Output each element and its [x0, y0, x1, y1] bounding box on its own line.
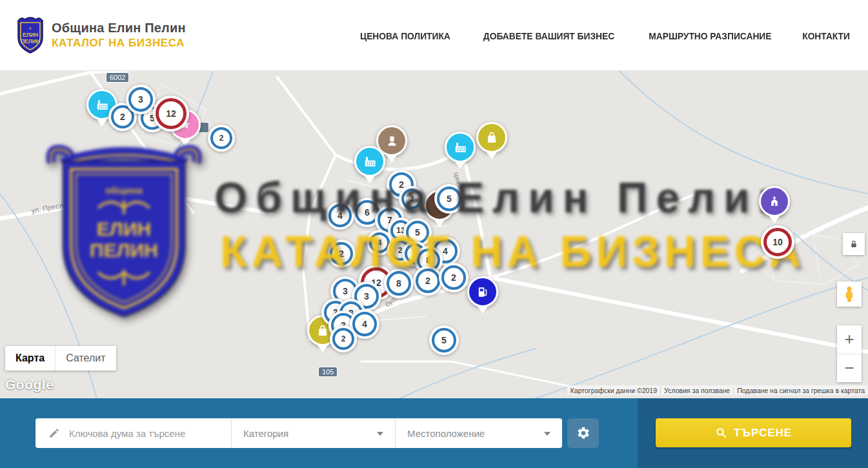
map-pin-fuel[interactable]	[467, 276, 498, 307]
map-type-map-button[interactable]: Карта	[5, 346, 55, 371]
main-nav: ЦЕНОВА ПОЛИТИКАДОБАВЕТЕ ВАШИЯТ БИЗНЕСМАР…	[356, 0, 852, 71]
cluster-count: 2	[441, 265, 466, 290]
map-cluster-marker[interactable]: 2	[327, 239, 356, 268]
zoom-in-button[interactable]: +	[837, 325, 862, 354]
svg-text:ПЕЛИН: ПЕЛИН	[21, 38, 40, 45]
search-icon	[715, 427, 727, 439]
map-cluster-marker[interactable]: 12	[153, 96, 189, 132]
cluster-count: 2	[330, 242, 353, 265]
header: ⚜ ЕЛИН ПЕЛИН Община Елин Пелин КАТАЛОГ Н…	[0, 0, 868, 71]
map-cluster-marker[interactable]: 4	[326, 201, 354, 230]
municipality-shield-icon: ⚜ ЕЛИН ПЕЛИН	[15, 15, 45, 54]
map-cluster-marker[interactable]: 5	[434, 184, 464, 214]
gear-icon	[576, 426, 590, 440]
lock-icon[interactable]	[843, 233, 865, 255]
map-cluster-marker[interactable]: 3	[399, 186, 425, 212]
cluster-count: 2	[210, 127, 232, 149]
nav-item-1[interactable]: ЦЕНОВА ПОЛИТИКА	[360, 30, 450, 41]
map-type-satellite-button[interactable]: Сателит	[55, 346, 116, 371]
cluster-count: 2	[416, 269, 440, 293]
map-cluster-marker[interactable]: 2	[330, 325, 357, 352]
cluster-count: 10	[763, 228, 792, 256]
google-logo[interactable]: Google	[5, 377, 54, 392]
map-pin-factory[interactable]	[445, 132, 476, 163]
zoom-out-button[interactable]: −	[837, 354, 862, 383]
site-title: Община Елин Пелин	[52, 21, 186, 36]
search-button[interactable]: ТЪРСЕНЕ	[656, 418, 851, 447]
cluster-count: 5	[437, 187, 461, 211]
attribution-link[interactable]: Подаване на сигнал за грешка в картата	[733, 387, 868, 394]
map-cluster-marker[interactable]: 3	[126, 85, 156, 114]
cluster-count: 4	[328, 204, 352, 227]
cluster-count: 3	[128, 87, 153, 112]
map-pin-bag[interactable]	[476, 122, 507, 153]
chevron-down-icon	[544, 432, 550, 439]
pencil-icon	[48, 427, 60, 439]
search-panel: Категория Местоположение ТЪРСЕНЕ	[0, 398, 868, 468]
page: ⚜ ЕЛИН ПЕЛИН Община Елин Пелин КАТАЛОГ Н…	[0, 0, 868, 468]
map-cluster-marker[interactable]: 10	[761, 225, 794, 259]
map-cluster-marker[interactable]: 5	[429, 325, 459, 355]
cluster-count: 2	[332, 328, 354, 350]
road-number-sign: 6002	[106, 73, 128, 82]
svg-text:ЕЛИН: ЕЛИН	[23, 32, 38, 38]
attribution-link[interactable]: Условия за ползване	[660, 387, 733, 394]
cluster-count: 12	[156, 98, 187, 129]
attribution-text: Картографски данни ©2019	[567, 387, 660, 394]
advanced-search-gear-button[interactable]	[567, 418, 599, 448]
map-pin-factory[interactable]	[354, 146, 385, 177]
map-cluster-marker[interactable]: 2	[413, 266, 443, 296]
cluster-count: 3	[401, 188, 422, 209]
location-select[interactable]: Местоположение	[395, 418, 562, 448]
cluster-count: 5	[432, 328, 456, 352]
site-logo[interactable]: ⚜ ЕЛИН ПЕЛИН Община Елин Пелин КАТАЛОГ Н…	[15, 15, 186, 54]
map-cluster-marker[interactable]: 2	[208, 125, 235, 152]
cluster-count: 8	[387, 271, 411, 296]
cluster-count: 4	[352, 312, 377, 336]
map-pin-church[interactable]	[759, 186, 790, 217]
map-cluster-marker[interactable]: 2	[439, 263, 469, 292]
pegman-street-view-icon[interactable]	[837, 281, 862, 307]
search-bar: Категория Местоположение	[35, 418, 562, 448]
map-attribution: Картографски данни ©2019Условия за ползв…	[567, 385, 868, 395]
nav-item-3[interactable]: МАРШРУТНО РАЗПИСАНИЕ	[649, 30, 771, 41]
nav-item-2[interactable]: ДОБАВЕТЕ ВАШИЯТ БИЗНЕС	[483, 30, 614, 41]
google-map[interactable]: община ЕЛИН ПЕЛИН Община Елин Пелин КАТА…	[0, 71, 868, 398]
road-number-sign: 105	[319, 367, 337, 376]
site-subtitle: КАТАЛОГ НА БИЗНЕСА	[52, 37, 186, 50]
nav-item-4[interactable]: КОНТАКТИ	[802, 30, 850, 41]
zoom-control: + −	[837, 325, 862, 382]
category-select[interactable]: Категория	[231, 418, 395, 448]
chevron-down-icon	[377, 432, 383, 439]
map-cluster-marker[interactable]: 8	[384, 269, 414, 298]
svg-text:⚜: ⚜	[28, 26, 32, 30]
map-type-control: Карта Сателит	[5, 346, 116, 371]
keyword-search-input[interactable]	[68, 427, 219, 440]
